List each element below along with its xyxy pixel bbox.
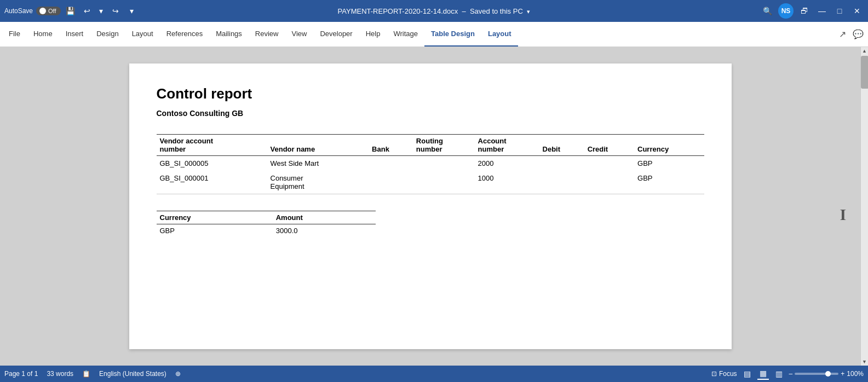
avatar[interactable]: NS [778, 3, 794, 19]
tab-view[interactable]: View [285, 22, 313, 47]
focus-button[interactable]: ⊡ Focus [711, 370, 737, 378]
page: Control report Contoso Consulting GB Ven… [129, 63, 732, 349]
summary-cell-currency: GBP [157, 224, 273, 238]
zoom-out-button[interactable]: – [789, 370, 793, 378]
summary-col-amount: Amount [273, 211, 376, 224]
cell-currency: GBP [634, 156, 704, 171]
cell-routing-number [413, 171, 475, 194]
autosave-label: AutoSave [4, 7, 33, 15]
zoom-slider[interactable] [795, 373, 838, 375]
read-mode-view-icon[interactable]: ▥ [773, 368, 785, 379]
minimize-button[interactable]: — [815, 4, 829, 18]
title-bar-left: AutoSave Off 💾 ↩ ▾ ↪ ▾ [4, 4, 219, 18]
save-icon[interactable]: 💾 [64, 4, 77, 18]
autosave-toggle[interactable]: Off [36, 7, 60, 15]
tab-layout2[interactable]: Layout [481, 22, 518, 47]
tab-layout[interactable]: Layout [125, 22, 160, 47]
cell-vendor-name: ConsumerEquipment [267, 171, 369, 194]
tab-insert[interactable]: Insert [59, 22, 90, 47]
col-vendor-name: Vendor name [267, 135, 369, 156]
title-bar: AutoSave Off 💾 ↩ ▾ ↪ ▾ PAYMENT-REPORT-20… [0, 0, 868, 22]
filename: PAYMENT-REPORT-2020-12-14.docx [338, 7, 458, 15]
comments-icon[interactable]: 💬 [850, 27, 866, 42]
zoom-level: 100% [847, 370, 864, 378]
ribbon-end-actions: ↗ 💬 [837, 27, 866, 42]
saved-status: Saved to this PC [470, 7, 523, 15]
col-credit: Credit [584, 135, 634, 156]
web-layout-view-icon[interactable]: ▦ [757, 368, 769, 380]
cell-bank [369, 156, 413, 171]
cell-vendor-account: GB_SI_000001 [157, 171, 267, 194]
cell-currency: GBP [634, 171, 704, 194]
proofing-icon[interactable]: 📋 [82, 370, 90, 378]
table-row: GB_SI_000001 ConsumerEquipment 1000 GBP [157, 171, 704, 194]
tab-references[interactable]: References [160, 22, 209, 47]
share-icon[interactable]: ↗ [837, 27, 848, 42]
focus-icon: ⊡ [711, 370, 717, 378]
language[interactable]: English (United States) [99, 370, 166, 378]
report-table: Vendor accountnumber Vendor name Bank Ro… [157, 134, 704, 194]
tab-developer[interactable]: Developer [313, 22, 359, 47]
cell-vendor-name: West Side Mart [267, 156, 369, 171]
accessibility-icon[interactable]: ⊕ [175, 370, 181, 378]
redo-icon[interactable]: ↪ [109, 4, 122, 18]
undo-dropdown-icon[interactable]: ▾ [95, 4, 108, 18]
col-account-number: Accountnumber [475, 135, 539, 156]
cell-bank [369, 171, 413, 194]
col-currency: Currency [634, 135, 704, 156]
cell-vendor-account: GB_SI_000005 [157, 156, 267, 171]
close-button[interactable]: ✕ [850, 4, 864, 18]
tab-table-design[interactable]: Table Design [424, 22, 481, 47]
document-title-bar: PAYMENT-REPORT-2020-12-14.docx – Saved t… [219, 7, 649, 15]
summary-row: GBP 3000.0 [157, 224, 376, 238]
page-info-text: Page 1 of 1 [4, 370, 38, 378]
toggle-dot [39, 8, 46, 14]
tab-home[interactable]: Home [27, 22, 59, 47]
summary-col-currency: Currency [157, 211, 273, 224]
main-area: Control report Contoso Consulting GB Ven… [0, 47, 868, 366]
scroll-thumb[interactable] [861, 56, 869, 89]
title-bar-right: 🔍 NS 🗗 — □ ✕ [649, 3, 864, 19]
zoom-in-button[interactable]: + [841, 370, 844, 378]
tab-file[interactable]: File [2, 22, 27, 47]
tab-design[interactable]: Design [90, 22, 125, 47]
status-bar-right: ⊡ Focus ▤ ▦ ▥ – + 100% [711, 368, 864, 380]
undo-icon[interactable]: ↩ [81, 4, 94, 18]
print-layout-view-icon[interactable]: ▤ [741, 368, 753, 379]
saved-dropdown-icon[interactable]: ▾ [527, 8, 530, 15]
cell-credit [584, 171, 634, 194]
tab-review[interactable]: Review [249, 22, 285, 47]
language-text: English (United States) [99, 370, 166, 378]
summary-table: Currency Amount GBP 3000.0 [157, 211, 376, 237]
tab-help[interactable]: Help [359, 22, 387, 47]
cell-debit [539, 156, 584, 171]
col-bank: Bank [369, 135, 413, 156]
customize-qat-icon[interactable]: ▾ [125, 4, 139, 18]
scroll-up-button[interactable]: ▲ [861, 47, 869, 55]
zoom-control: – + 100% [789, 370, 864, 378]
table-row: GB_SI_000005 West Side Mart 2000 GBP [157, 156, 704, 171]
page-info: Page 1 of 1 [4, 370, 38, 378]
maximize-button[interactable]: □ [833, 4, 846, 18]
col-routing-number: Routingnumber [413, 135, 475, 156]
cell-account-number: 1000 [475, 171, 539, 194]
document-area[interactable]: Control report Contoso Consulting GB Ven… [0, 47, 860, 366]
vertical-scrollbar[interactable]: ▲ ▼ [860, 47, 868, 366]
col-vendor-account: Vendor accountnumber [157, 135, 267, 156]
cell-account-number: 2000 [475, 156, 539, 171]
word-count-text: 33 words [47, 370, 73, 378]
cell-credit [584, 156, 634, 171]
scroll-down-button[interactable]: ▼ [861, 358, 869, 366]
document-subtitle: Contoso Consulting GB [157, 109, 704, 118]
summary-cell-amount: 3000.0 [273, 224, 376, 238]
document-title: Control report [157, 85, 704, 102]
tab-mailings[interactable]: Mailings [209, 22, 249, 47]
restore-window-icon[interactable]: 🗗 [798, 4, 811, 18]
word-count: 33 words [47, 370, 73, 378]
autosave-state: Off [48, 8, 56, 14]
ribbon: File Home Insert Design Layout Reference… [0, 22, 868, 47]
search-icon[interactable]: 🔍 [761, 4, 774, 18]
focus-label: Focus [719, 370, 737, 378]
undo-redo-group: ↩ ▾ ↪ [81, 4, 122, 18]
tab-writage[interactable]: Writage [387, 22, 424, 47]
